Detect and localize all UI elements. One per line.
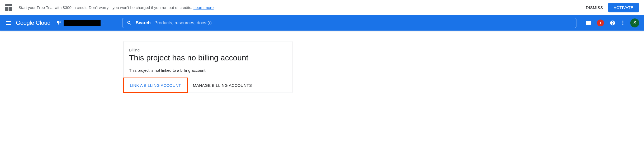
- learn-more-link[interactable]: Learn more: [193, 5, 214, 10]
- banner-text: Start your Free Trial with $300 in credi…: [18, 5, 193, 10]
- logo-google: Google: [16, 20, 34, 26]
- logo-cloud: Cloud: [36, 20, 50, 26]
- link-billing-account-button[interactable]: LINK A BILLING ACCOUNT: [123, 78, 188, 93]
- search-placeholder: Products, resources, docs (/): [154, 20, 212, 26]
- user-avatar[interactable]: S: [630, 18, 639, 27]
- card-actions: LINK A BILLING ACCOUNT MANAGE BILLING AC…: [124, 78, 292, 93]
- manage-billing-accounts-button[interactable]: MANAGE BILLING ACCOUNTS: [187, 78, 258, 93]
- help-icon[interactable]: [610, 20, 615, 26]
- card-title: This project has no billing account: [129, 53, 287, 62]
- google-cloud-logo[interactable]: Google Cloud: [16, 20, 50, 26]
- notification-badge[interactable]: 1: [597, 20, 604, 26]
- main-content: Billing This project has no billing acco…: [0, 31, 644, 103]
- billing-card: Billing This project has no billing acco…: [124, 41, 292, 93]
- hamburger-menu-icon[interactable]: [5, 20, 12, 26]
- gift-icon: [5, 4, 12, 11]
- more-options-icon[interactable]: [621, 20, 624, 26]
- dismiss-button[interactable]: DISMISS: [586, 5, 603, 10]
- search-label: Search: [136, 20, 151, 26]
- search-box[interactable]: Search Products, resources, docs (/): [122, 18, 576, 28]
- card-description: This project is not linked to a billing …: [129, 68, 287, 73]
- activate-button[interactable]: ACTIVATE: [608, 3, 639, 12]
- free-trial-banner: Start your Free Trial with $300 in credi…: [0, 0, 644, 15]
- notification-count: 1: [599, 21, 601, 25]
- top-header: Google Cloud Search Products, resources,…: [0, 15, 644, 31]
- banner-message: Start your Free Trial with $300 in credi…: [18, 5, 586, 10]
- search-icon: [127, 20, 132, 26]
- chevron-down-icon: [102, 21, 105, 25]
- project-icon: [57, 20, 62, 26]
- card-body: Billing This project has no billing acco…: [124, 41, 292, 78]
- avatar-initial: S: [633, 21, 636, 25]
- cloud-shell-icon[interactable]: [585, 20, 591, 26]
- project-name: [64, 20, 101, 26]
- project-picker[interactable]: [57, 20, 105, 26]
- card-breadcrumb: Billing: [129, 48, 287, 52]
- header-actions: 1 S: [585, 18, 639, 27]
